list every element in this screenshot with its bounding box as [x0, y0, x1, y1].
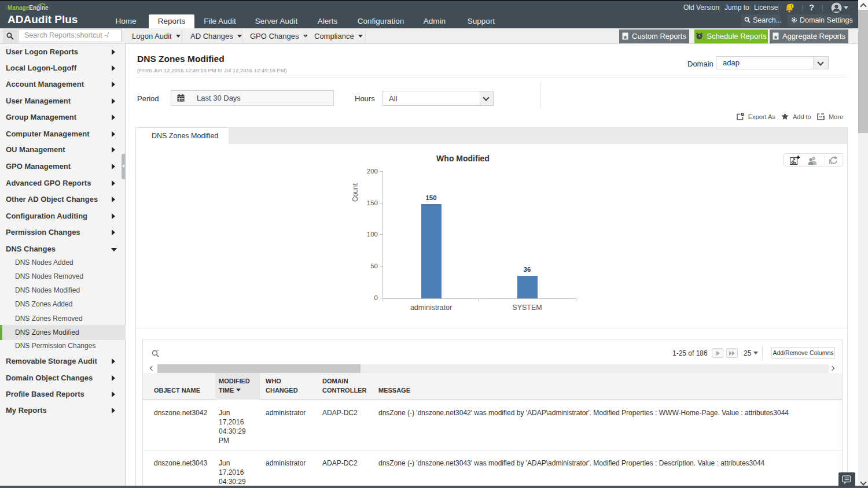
- svg-text:!: !: [790, 4, 792, 8]
- svg-text:administrator: administrator: [410, 304, 452, 312]
- svg-text:150: 150: [367, 199, 378, 206]
- svg-text:50: 50: [370, 263, 378, 269]
- svg-text:100: 100: [367, 231, 378, 238]
- svg-text:Count: Count: [351, 183, 359, 202]
- svg-text:0: 0: [374, 294, 378, 301]
- svg-text:36: 36: [524, 266, 531, 273]
- svg-text:SYSTEM: SYSTEM: [512, 304, 542, 312]
- svg-text:200: 200: [367, 168, 378, 175]
- svg-text:150: 150: [425, 194, 436, 201]
